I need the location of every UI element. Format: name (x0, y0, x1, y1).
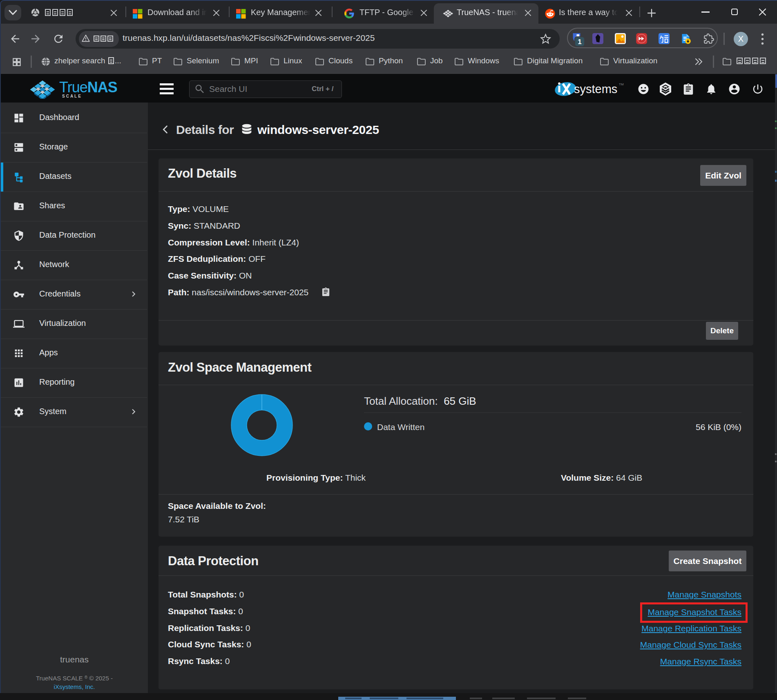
svg-text:systems: systems (574, 82, 617, 96)
svg-text:TM: TM (619, 82, 624, 86)
